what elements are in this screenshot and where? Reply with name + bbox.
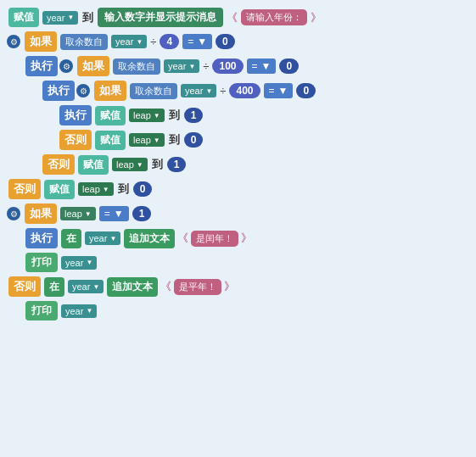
var-leap-dropdown-4[interactable]: leap (78, 182, 114, 196)
row-if-1: ⚙ 如果 取余数自 year ÷ 4 = ▼ 0 (7, 31, 469, 53)
gear-icon-1[interactable]: ⚙ (7, 35, 20, 48)
quote-open-1: 《 (227, 10, 238, 25)
print-block-2: 打印 (25, 301, 58, 320)
exec-block-2: 执行 (42, 81, 75, 101)
row-else-assign-leap-3: 否则 赋值 leap 到 1 (41, 153, 469, 176)
if-block-4: 如果 (25, 203, 57, 224)
divide-1: ÷ (150, 36, 156, 48)
to-label-4: 到 (152, 157, 163, 172)
var-year-dropdown-5[interactable]: year (85, 231, 120, 245)
dropdown-eq-1: ▼ (197, 36, 207, 47)
append-mid-1: 追加文本 (124, 229, 175, 248)
var-leap-dropdown-2[interactable]: leap (129, 133, 165, 147)
eq-block-1[interactable]: = ▼ (182, 34, 212, 49)
print-block-1: 打印 (25, 253, 58, 272)
quote-close-3: 》 (224, 279, 235, 294)
var-year-dropdown-6[interactable]: year (61, 256, 97, 270)
quote-close-1: 》 (311, 10, 322, 25)
row-exec-if-3: 执行 ⚙ 如果 取余数自 year ÷ 400 = ▼ 0 (41, 80, 469, 102)
row-assign-leap-1: 执行 赋值 leap 到 1 (58, 104, 469, 126)
quote-open-2: 《 (177, 231, 188, 246)
modulo-block-1: 取余数自 (60, 34, 108, 50)
num-0-1[interactable]: 0 (216, 34, 235, 49)
eq-block-4[interactable]: = ▼ (99, 206, 129, 221)
append-mid-2: 追加文本 (107, 277, 158, 297)
var-year-dropdown-7[interactable]: year (68, 280, 104, 293)
assign-block-3: 赋值 (95, 131, 126, 150)
row-exec-append-leap: 执行 在 year 追加文本 《 是闰年！ 》 (24, 227, 469, 249)
quote-close-2: 》 (241, 231, 252, 246)
assign-label: 赋值 (14, 10, 34, 25)
eq-block-2[interactable]: = ▼ (247, 59, 277, 74)
row-print-year-1: 打印 year (24, 252, 469, 273)
eq-block-3[interactable]: = ▼ (264, 83, 294, 98)
else-block-4: 否则 (8, 276, 41, 297)
if-block-1: 如果 (25, 31, 57, 52)
to-label-3: 到 (169, 132, 180, 148)
row-if-leap: ⚙ 如果 leap = ▼ 1 (7, 203, 469, 225)
else-block-3: 否则 (8, 179, 41, 199)
else-block-2: 否则 (42, 154, 75, 175)
var-year-dropdown-8[interactable]: year (61, 304, 97, 318)
else-block-1: 否则 (59, 130, 92, 150)
num-400[interactable]: 400 (229, 83, 260, 98)
num-1-2[interactable]: 1 (167, 157, 187, 172)
prompt-string: 请输入年份： (241, 9, 307, 25)
row-else-assign-leap-2: 否则 赋值 leap 到 0 (58, 129, 469, 151)
assign-block-4: 赋值 (78, 155, 109, 175)
row-exec-if-2: 执行 ⚙ 如果 取余数自 year ÷ 100 = ▼ 0 (24, 55, 469, 77)
var-leap-dropdown-1[interactable]: leap (129, 109, 165, 122)
input-block[interactable]: 输入数字并显示提示消息 (98, 8, 223, 27)
if-block-2: 如果 (77, 56, 109, 76)
num-4[interactable]: 4 (160, 34, 179, 49)
var-year-dropdown-4[interactable]: year (181, 84, 216, 98)
exec-block-4: 执行 (25, 228, 58, 248)
num-0-3[interactable]: 0 (296, 83, 316, 98)
var-year-dropdown-2[interactable]: year (111, 35, 147, 48)
var-year-dropdown-3[interactable]: year (164, 59, 199, 73)
num-1-3[interactable]: 1 (132, 206, 152, 221)
var-leap-dropdown-5[interactable]: leap (60, 207, 96, 220)
to-label-2: 到 (169, 108, 180, 123)
assign-block-2: 赋值 (95, 106, 126, 125)
var-leap-dropdown-3[interactable]: leap (112, 158, 148, 171)
row-else-assign-leap-4: 否则 赋值 leap 到 0 (7, 178, 469, 200)
if-block-3: 如果 (94, 81, 126, 101)
divide-2: ÷ (203, 60, 209, 73)
exec-block-3: 执行 (59, 105, 92, 125)
to-label-5: 到 (118, 181, 129, 197)
row-print-year-2: 打印 year (24, 300, 469, 321)
num-0-4[interactable]: 0 (184, 132, 204, 148)
modulo-block-3: 取余数自 (130, 83, 177, 99)
row-else-append-normal: 否则 在 year 追加文本 《 是平年！ 》 (7, 276, 469, 298)
num-1-1[interactable]: 1 (184, 108, 204, 123)
to-label-1: 到 (82, 10, 93, 25)
is-leap-string: 是闰年！ (191, 231, 238, 247)
assign-block-5: 赋值 (44, 180, 75, 199)
modulo-block-2: 取余数自 (113, 59, 160, 75)
divide-3: ÷ (220, 85, 226, 98)
quote-open-3: 《 (160, 279, 171, 294)
gear-icon-3[interactable]: ⚙ (76, 84, 90, 98)
num-0-2[interactable]: 0 (279, 59, 299, 74)
gear-icon-4[interactable]: ⚙ (7, 207, 20, 220)
assign-block-1[interactable]: 赋值 (8, 8, 39, 27)
gear-icon-2[interactable]: ⚙ (59, 59, 73, 73)
append-block-1: 在 (61, 229, 81, 248)
row-assign-year: 赋值 year 到 输入数字并显示提示消息 《 请输入年份： 》 (7, 7, 469, 28)
exec-block-1: 执行 (25, 56, 58, 76)
append-block-2: 在 (44, 277, 64, 297)
is-normal-string: 是平年！ (174, 279, 221, 295)
num-100[interactable]: 100 (212, 59, 243, 74)
num-0-5[interactable]: 0 (133, 181, 153, 197)
var-year-dropdown-1[interactable]: year (42, 11, 78, 25)
